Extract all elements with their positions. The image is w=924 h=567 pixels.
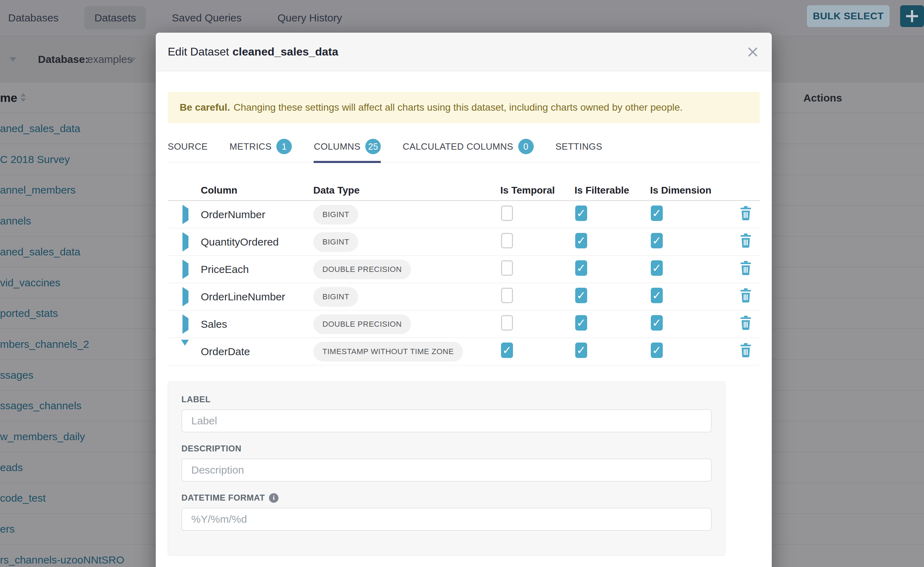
dataset-link[interactable]: ssages <box>0 360 33 391</box>
warning-banner-bold: Be careful. <box>180 102 230 113</box>
chevron-down-icon[interactable] <box>129 58 136 62</box>
nav-item-databases[interactable]: Databases <box>0 6 68 30</box>
dataset-link[interactable]: eads <box>0 452 23 483</box>
top-navigation: DatabasesDatasetsSaved QueriesQuery Hist… <box>0 0 924 36</box>
nav-item-query-history[interactable]: Query History <box>268 6 352 30</box>
column-row: OrderLineNumber BIGINT <box>168 283 760 310</box>
is-filterable-checkbox[interactable] <box>575 342 587 358</box>
data-type-pill: BIGINT <box>313 205 358 225</box>
nav-actions: BULK SELECT <box>807 5 924 27</box>
datetime-format-input[interactable] <box>181 508 712 531</box>
is-temporal-checkbox[interactable] <box>501 233 513 248</box>
modal-header: Edit Datasetcleaned_sales_data <box>156 33 772 71</box>
tab-count-badge: 25 <box>365 139 381 154</box>
expand-caret-icon[interactable] <box>182 314 188 334</box>
nav-item-datasets[interactable]: Datasets <box>84 6 146 30</box>
sort-icon[interactable] <box>20 93 26 102</box>
is-temporal-checkbox[interactable] <box>501 206 513 221</box>
plus-icon[interactable] <box>900 5 924 27</box>
bulk-select-button[interactable]: BULK SELECT <box>807 5 889 27</box>
is-dimension-checkbox[interactable] <box>651 342 663 358</box>
column-row: Sales DOUBLE PRECISION <box>168 310 760 338</box>
trash-icon[interactable] <box>739 315 752 330</box>
dataset-link[interactable]: C 2018 Survey <box>0 144 69 175</box>
modal-title: Edit Datasetcleaned_sales_data <box>168 45 338 58</box>
dataset-link[interactable]: w_members_daily <box>0 421 85 452</box>
nav-items: DatabasesDatasetsSaved QueriesQuery Hist… <box>0 6 352 30</box>
database-filter-value[interactable]: examples <box>87 53 132 65</box>
dataset-link[interactable]: aned_sales_data <box>0 113 81 144</box>
collapse-caret-icon[interactable] <box>181 340 189 357</box>
expand-caret-icon[interactable] <box>182 205 188 224</box>
data-type-pill: BIGINT <box>313 287 358 307</box>
trash-icon[interactable] <box>739 261 752 275</box>
nav-item-saved-queries[interactable]: Saved Queries <box>162 6 251 30</box>
data-type-pill: BIGINT <box>313 232 358 252</box>
column-row: OrderNumber BIGINT <box>168 201 760 228</box>
is-dimension-checkbox[interactable] <box>651 288 663 303</box>
tab-label: SETTINGS <box>555 141 602 152</box>
expand-caret-icon[interactable] <box>182 260 188 279</box>
is-dimension-checkbox[interactable] <box>651 233 663 248</box>
name-column-header[interactable]: me <box>0 82 17 113</box>
is-temporal-checkbox[interactable] <box>501 260 513 276</box>
data-type-pill: DOUBLE PRECISION <box>313 260 411 279</box>
tab-settings[interactable]: SETTINGS <box>555 139 602 162</box>
is-filterable-checkbox[interactable] <box>575 288 587 303</box>
dataset-link[interactable]: annel_members <box>0 175 75 206</box>
column-name: OrderNumber <box>201 208 313 220</box>
is-temporal-checkbox[interactable] <box>501 315 513 331</box>
modal-tabs: SOURCE METRICS 1 COLUMNS 25 CALCULATED C… <box>168 139 760 162</box>
column-name: OrderLineNumber <box>201 291 313 303</box>
is-temporal-checkbox[interactable] <box>501 288 513 303</box>
dataset-link[interactable]: rs_channels-uzooNNtSRO <box>0 544 124 567</box>
is-filterable-header: Is Filterable <box>575 185 650 196</box>
dataset-link[interactable]: annels <box>0 206 31 236</box>
tab-label: SOURCE <box>168 141 208 152</box>
tab-metrics[interactable]: METRICS 1 <box>230 139 292 162</box>
description-field-label: DESCRIPTION <box>181 444 712 453</box>
close-icon[interactable] <box>746 45 760 59</box>
is-filterable-checkbox[interactable] <box>575 260 587 276</box>
datetime-format-field-label: DATETIME FORMAT i <box>181 493 712 503</box>
expand-caret-icon[interactable] <box>182 287 188 306</box>
actions-column-header: Actions <box>804 82 842 113</box>
is-filterable-checkbox[interactable] <box>575 315 587 331</box>
modal-title-dataset: cleaned_sales_data <box>232 45 338 58</box>
warning-banner-text: Changing these settings will affect all … <box>233 102 682 113</box>
dataset-link[interactable]: vid_vaccines <box>0 267 60 298</box>
dataset-link[interactable]: ssages_channels <box>0 390 81 421</box>
is-filterable-checkbox[interactable] <box>575 233 587 248</box>
column-row: OrderDate TIMESTAMP WITHOUT TIME ZONE <box>168 338 760 365</box>
dataset-link[interactable]: code_test <box>0 483 46 514</box>
expand-caret-icon[interactable] <box>182 232 188 252</box>
tab-columns[interactable]: COLUMNS 25 <box>314 139 381 162</box>
column-detail-panel: LABEL DESCRIPTION DATETIME FORMAT i <box>168 381 725 556</box>
trash-icon[interactable] <box>739 233 752 248</box>
dataset-link[interactable]: aned_sales_data <box>0 236 81 267</box>
column-name: OrderDate <box>201 346 313 358</box>
modal-body: Be careful. Changing these settings will… <box>156 71 772 556</box>
trash-icon[interactable] <box>739 288 752 303</box>
tab-source[interactable]: SOURCE <box>168 139 208 162</box>
description-input[interactable] <box>181 459 712 482</box>
column-header: Column <box>201 185 313 196</box>
trash-icon[interactable] <box>739 206 752 220</box>
is-dimension-checkbox[interactable] <box>651 315 663 331</box>
info-icon[interactable]: i <box>269 493 278 503</box>
is-dimension-checkbox[interactable] <box>651 260 663 276</box>
column-name: QuantityOrdered <box>201 236 313 248</box>
dataset-link[interactable]: ported_stats <box>0 298 58 329</box>
is-temporal-checkbox[interactable] <box>501 342 513 358</box>
tab-count-badge: 0 <box>518 139 534 154</box>
column-row: PriceEach DOUBLE PRECISION <box>168 256 760 283</box>
is-filterable-checkbox[interactable] <box>575 206 587 221</box>
dataset-link[interactable]: ers <box>0 514 15 544</box>
label-input[interactable] <box>181 409 712 432</box>
tab-calculated-columns[interactable]: CALCULATED COLUMNS 0 <box>403 139 533 162</box>
is-dimension-checkbox[interactable] <box>651 206 663 221</box>
chevron-down-icon[interactable] <box>9 57 17 62</box>
dataset-link[interactable]: mbers_channels_2 <box>0 329 89 360</box>
data-type-header: Data Type <box>313 185 500 196</box>
trash-icon[interactable] <box>739 343 752 358</box>
